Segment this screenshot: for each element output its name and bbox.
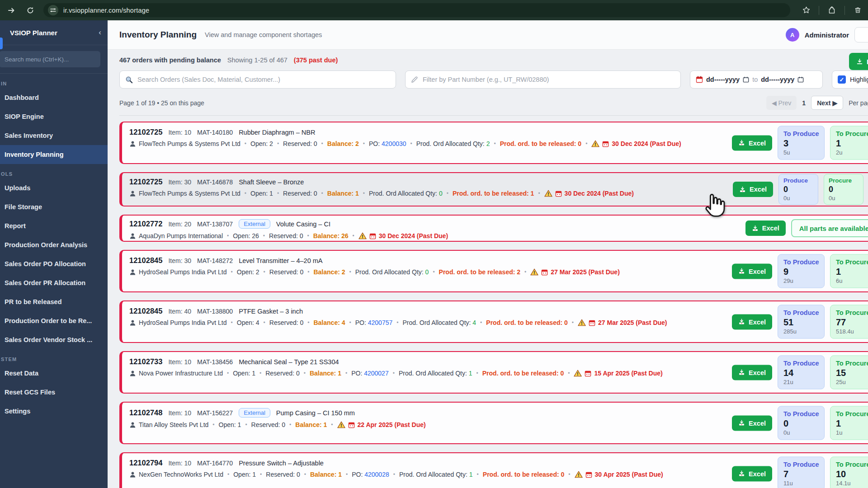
excel-export-button[interactable]: Excel: [745, 221, 786, 236]
separator-dot: •: [307, 319, 309, 326]
po-number[interactable]: 4200027: [364, 370, 389, 377]
order-card[interactable]: 12102845Item: 30MAT-148272Level Transmit…: [119, 250, 868, 292]
po-number[interactable]: 4200028: [364, 471, 389, 478]
to-procure-badge-units: 1u: [836, 429, 868, 436]
order-card[interactable]: 12102725Item: 10MAT-140180Rubber Diaphra…: [119, 122, 868, 164]
date-from-value[interactable]: dd-----yyyy: [706, 76, 740, 83]
order-card[interactable]: 12102748Item: 10MAT-156227ExternalPump C…: [119, 402, 868, 444]
order-card[interactable]: 12102733Item: 10MAT-138456Mechanical Sea…: [119, 351, 868, 394]
po-label: PO:: [351, 370, 364, 377]
order-card[interactable]: 12102725Item: 30MAT-146878Shaft Sleeve –…: [119, 172, 868, 206]
to-procure-badge-value: 1: [836, 138, 868, 149]
trash-icon[interactable]: [852, 5, 863, 16]
order-card[interactable]: 12102794Item: 10MAT-164770Pressure Switc…: [119, 452, 868, 488]
sidebar-item-reset-data[interactable]: Reset Data: [0, 364, 108, 383]
search-orders-box[interactable]: [119, 70, 396, 89]
excel-export-button[interactable]: Excel: [733, 182, 773, 197]
order-actions: ExcelProduce00uProcure00u: [733, 174, 863, 205]
to-procure-badge: To Procure1525u: [830, 356, 868, 389]
to-produce-badge-value: 9: [783, 267, 820, 277]
calendar-icon[interactable]: [743, 76, 749, 83]
bookmark-star-icon[interactable]: [800, 5, 812, 16]
material-code: MAT-164770: [197, 460, 233, 467]
reload-icon[interactable]: [24, 5, 36, 16]
sidebar-item-file-storage[interactable]: File Storage: [0, 197, 108, 216]
sidebar-item-reset-gcs-files[interactable]: Reset GCS Files: [0, 383, 108, 402]
sidebar-item-sales-order-po-allocation[interactable]: Sales Order PO Allocation: [0, 254, 108, 273]
search-orders-input[interactable]: [137, 76, 390, 83]
highlight-toggle-box[interactable]: ✓ Highlight: [832, 70, 868, 89]
sidebar-search-input[interactable]: [0, 51, 100, 67]
reserved-qty: Reserved: 0: [269, 319, 303, 326]
sidebar-item-report[interactable]: Report: [0, 216, 108, 235]
header-button-clipped[interactable]: [854, 27, 868, 42]
to-produce-badge-label: To Produce: [783, 258, 820, 266]
material-code: MAT-156227: [197, 409, 233, 417]
sidebar-item-inventory-planning[interactable]: Inventory Planning: [0, 145, 108, 164]
to-procure-badge-value: 0: [829, 185, 859, 194]
balance-qty: Balance: 2: [313, 268, 345, 276]
sidebar-item-production-order-analysis[interactable]: Production Order Analysis: [0, 235, 108, 254]
separator-dot: •: [231, 319, 233, 326]
allocated-qty-label: Prod. Ord Allocated Qty:: [399, 370, 469, 377]
excel-export-button[interactable]: Excel: [732, 365, 772, 380]
avatar[interactable]: A: [786, 28, 799, 42]
page-title: Inventory Planning: [119, 30, 197, 40]
sidebar-item-uploads[interactable]: Uploads: [0, 178, 108, 197]
order-card[interactable]: 12102772Item: 20MAT-138707ExternalVolute…: [119, 215, 868, 242]
excel-export-button[interactable]: Excel: [732, 466, 772, 481]
sidebar-item-settings[interactable]: Settings: [0, 402, 108, 421]
item-number: Item: 40: [168, 308, 191, 315]
extension-icon[interactable]: [826, 5, 838, 16]
sidebar-item-sales-inventory[interactable]: Sales Inventory: [0, 126, 108, 145]
calendar-icon[interactable]: [797, 76, 804, 83]
part-filter-input[interactable]: [423, 76, 675, 83]
excel-export-button[interactable]: Excel: [732, 135, 772, 150]
warning-icon: [574, 370, 582, 377]
warning-icon: [575, 471, 583, 478]
site-settings-icon[interactable]: [48, 5, 58, 15]
next-page-button[interactable]: Next ▶: [811, 96, 843, 110]
allocated-qty-field: Prod. Ord Allocated Qty: 1: [399, 370, 472, 377]
sidebar-item-production-order-to-be-re[interactable]: Production Order to be Re...: [0, 311, 108, 330]
person-icon: [129, 471, 136, 478]
sidebar-item-dashboard[interactable]: Dashboard: [0, 88, 108, 107]
sidebar-item-sales-order-pr-allocation[interactable]: Sales Order PR Allocation: [0, 273, 108, 292]
sidebar-item-pr-to-be-released[interactable]: PR to be Released: [0, 292, 108, 311]
collapse-sidebar-icon[interactable]: ‹: [99, 28, 101, 37]
separator-dot: •: [480, 319, 482, 326]
allocated-qty-field: Prod. Ord Allocated Qty: 1: [399, 471, 473, 478]
date-to-value[interactable]: dd-----yyyy: [761, 76, 794, 83]
part-filter-box[interactable]: [405, 70, 681, 89]
to-produce-badge-value: 3: [783, 138, 820, 149]
reserved-qty: Reserved: 0: [266, 471, 300, 478]
po-number[interactable]: 4200757: [368, 319, 393, 326]
excel-export-button[interactable]: Excel: [732, 314, 772, 329]
allocated-qty-value: 1: [469, 471, 473, 478]
material-description: Pump Casing – CI 150 mm: [276, 409, 355, 417]
separator-dot: •: [585, 141, 587, 147]
sidebar-item-sales-order-vendor-stock[interactable]: Sales Order Vendor Stock ...: [0, 330, 108, 349]
excel-export-button[interactable]: Excel: [732, 263, 772, 279]
sidebar-item-siop-engine[interactable]: SIOP Engine: [0, 107, 108, 126]
due-date-text: 15 Apr 2025 (Past Due): [594, 370, 662, 377]
excel-export-button[interactable]: Excel: [732, 415, 772, 431]
reserved-qty: Reserved: 0: [269, 232, 303, 239]
prev-page-button[interactable]: ◀ Prev: [766, 96, 797, 110]
open-qty: Open: 2: [250, 140, 273, 147]
checkbox-checked-icon[interactable]: ✓: [838, 75, 846, 84]
forward-icon[interactable]: [5, 5, 17, 16]
separator-dot: •: [307, 269, 309, 275]
to-be-released-qty: Prod. ord. to be released: 1: [453, 190, 534, 197]
po-number[interactable]: 4200030: [382, 140, 406, 147]
item-number: Item: 30: [168, 178, 191, 186]
download-button[interactable]: Download: [849, 53, 868, 70]
order-card[interactable]: 12102845Item: 40MAT-138800PTFE Gasket – …: [119, 300, 868, 343]
date-range-box[interactable]: dd-----yyyy to dd-----yyyy: [690, 70, 823, 89]
separator-dot: •: [277, 141, 279, 147]
list-divider: [119, 115, 868, 116]
url-text[interactable]: ir.vsiopplanner.com/shortage: [63, 7, 149, 14]
to-produce-badge-units: 0u: [783, 195, 813, 202]
excel-label: Excel: [749, 139, 766, 146]
address-bar[interactable]: ir.vsiopplanner.com/shortage: [43, 3, 790, 17]
